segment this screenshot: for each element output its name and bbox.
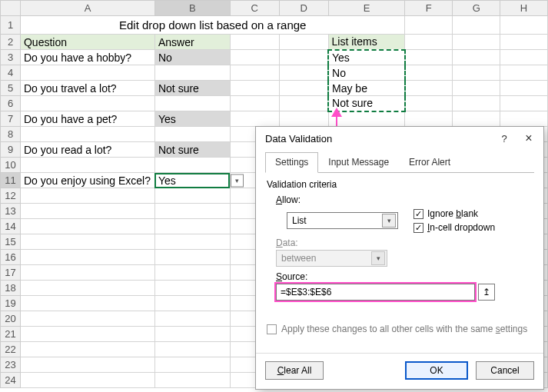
column-header[interactable]: A <box>20 1 154 16</box>
cell[interactable] <box>154 281 230 296</box>
cell[interactable] <box>279 35 328 50</box>
row-header[interactable]: 15 <box>1 234 21 250</box>
cell[interactable] <box>154 357 230 373</box>
column-header[interactable]: C <box>230 1 279 16</box>
row-header[interactable]: 7 <box>1 111 21 127</box>
cell-dropdown-button[interactable]: ▾ <box>231 174 244 187</box>
row-header[interactable]: 4 <box>1 65 21 81</box>
cell[interactable] <box>405 35 453 50</box>
row-header[interactable]: 19 <box>1 296 21 311</box>
cell[interactable] <box>20 96 154 111</box>
column-header[interactable]: H <box>500 1 548 16</box>
close-icon[interactable]: × <box>520 131 537 145</box>
cell[interactable] <box>405 96 453 111</box>
question-cell[interactable]: Do you travel a lot? <box>20 81 154 96</box>
row-header[interactable]: 16 <box>1 250 21 265</box>
cell[interactable] <box>453 96 500 111</box>
cell[interactable] <box>20 327 154 342</box>
column-header[interactable]: G <box>453 1 500 16</box>
row-header[interactable]: 6 <box>1 96 21 111</box>
list-item-cell[interactable]: Yes <box>328 50 405 65</box>
cell[interactable] <box>500 111 548 127</box>
list-item-cell[interactable]: No <box>328 65 405 81</box>
cell[interactable] <box>154 234 230 250</box>
cell[interactable] <box>405 65 453 81</box>
cell[interactable] <box>500 35 548 50</box>
tab-input-message[interactable]: Input Message <box>318 152 399 173</box>
row-header[interactable]: 9 <box>1 142 21 158</box>
cell[interactable] <box>230 81 279 96</box>
row-header[interactable]: 24 <box>1 373 21 388</box>
cell[interactable] <box>20 265 154 281</box>
cancel-button[interactable]: Cancel <box>476 361 534 380</box>
range-selector-button[interactable]: ↥ <box>478 284 495 301</box>
cell[interactable] <box>154 265 230 281</box>
cell[interactable] <box>279 50 328 65</box>
row-header[interactable]: 2 <box>1 35 21 50</box>
cell[interactable] <box>500 16 548 35</box>
page-title[interactable]: Edit drop down list based on a range <box>20 16 404 35</box>
answer-cell[interactable]: Yes <box>154 111 230 127</box>
cell[interactable] <box>453 81 500 96</box>
cell[interactable] <box>500 50 548 65</box>
help-icon[interactable]: ? <box>496 133 513 145</box>
answer-cell[interactable]: Not sure <box>154 81 230 96</box>
cell[interactable] <box>453 16 500 35</box>
header-answer[interactable]: Answer <box>154 35 230 50</box>
cell[interactable] <box>453 35 500 50</box>
cell[interactable] <box>20 342 154 357</box>
cell[interactable] <box>20 158 154 173</box>
cell[interactable] <box>20 219 154 234</box>
cell[interactable] <box>154 219 230 234</box>
row-header[interactable]: 18 <box>1 281 21 296</box>
cell[interactable] <box>20 234 154 250</box>
cell[interactable] <box>279 96 328 111</box>
row-header[interactable]: 11 <box>1 173 21 188</box>
cell[interactable] <box>230 65 279 81</box>
row-header[interactable]: 13 <box>1 204 21 219</box>
cell[interactable] <box>154 127 230 142</box>
cell[interactable] <box>20 311 154 327</box>
row-header[interactable]: 12 <box>1 188 21 204</box>
row-header[interactable]: 20 <box>1 311 21 327</box>
cell[interactable] <box>20 250 154 265</box>
row-header[interactable]: 23 <box>1 357 21 373</box>
question-cell[interactable]: Do you enjoy using Excel? <box>20 173 154 188</box>
cell[interactable] <box>20 188 154 204</box>
cell[interactable] <box>230 111 279 127</box>
cell[interactable] <box>20 204 154 219</box>
column-header[interactable]: E <box>328 1 405 16</box>
header-list-items[interactable]: List items <box>328 35 405 50</box>
row-header[interactable]: 14 <box>1 219 21 234</box>
cell[interactable] <box>230 96 279 111</box>
cell[interactable] <box>453 50 500 65</box>
cell[interactable] <box>279 81 328 96</box>
column-header[interactable]: D <box>279 1 328 16</box>
cell[interactable] <box>154 96 230 111</box>
cell[interactable] <box>20 281 154 296</box>
row-header[interactable]: 22 <box>1 342 21 357</box>
incell-dropdown-checkbox[interactable]: ✓ In-cell dropdown <box>413 222 495 233</box>
cell[interactable] <box>500 96 548 111</box>
cell[interactable] <box>20 296 154 311</box>
tab-error-alert[interactable]: Error Alert <box>399 152 460 173</box>
cell[interactable] <box>20 357 154 373</box>
cell[interactable] <box>154 327 230 342</box>
cell[interactable] <box>20 373 154 388</box>
cell[interactable] <box>405 111 453 127</box>
source-input[interactable] <box>276 284 475 301</box>
cell[interactable] <box>154 311 230 327</box>
cell[interactable] <box>154 296 230 311</box>
answer-cell[interactable]: No <box>154 50 230 65</box>
cell[interactable] <box>154 158 230 173</box>
answer-cell[interactable]: Yes▾ <box>154 173 230 188</box>
cell[interactable] <box>405 50 453 65</box>
cell[interactable] <box>500 65 548 81</box>
cell[interactable] <box>500 81 548 96</box>
question-cell[interactable]: Do you read a lot? <box>20 142 154 158</box>
cell[interactable] <box>20 127 154 142</box>
cell[interactable] <box>453 111 500 127</box>
row-header[interactable]: 8 <box>1 127 21 142</box>
cell[interactable] <box>405 81 453 96</box>
cell[interactable] <box>20 65 154 81</box>
